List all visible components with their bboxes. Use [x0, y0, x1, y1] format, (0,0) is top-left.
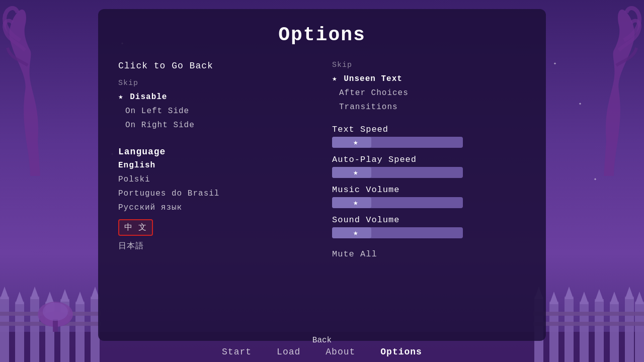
skip-section-title: Skip [118, 79, 312, 87]
svg-marker-2 [0, 287, 9, 299]
autoplay-speed-section: Auto-Play Speed ★ [332, 155, 526, 178]
text-speed-slider[interactable]: ★ [332, 137, 463, 148]
nav-row: Start Load About Options [222, 347, 422, 357]
svg-rect-19 [565, 297, 574, 362]
option-portugues[interactable]: Portugues do Brasil [118, 188, 312, 199]
text-speed-star-icon: ★ [353, 137, 358, 147]
option-english[interactable]: English [118, 160, 312, 171]
nav-load[interactable]: Load [277, 347, 300, 357]
svg-point-38 [43, 303, 68, 321]
option-russian[interactable]: Русский язык [118, 202, 312, 213]
options-panel: Options Click to Go Back Skip ★ Disable … [98, 9, 546, 341]
antlers-right-decoration [543, 0, 644, 176]
star-disable: ★ [118, 93, 124, 102]
svg-marker-22 [580, 292, 589, 304]
autoplay-star-icon: ★ [353, 167, 358, 177]
music-volume-slider[interactable]: ★ [332, 197, 463, 208]
autoplay-speed-label: Auto-Play Speed [332, 155, 526, 164]
option-transitions[interactable]: Transitions [332, 102, 526, 113]
click-to-go-back[interactable]: Click to Go Back [118, 61, 312, 71]
svg-marker-30 [635, 292, 644, 304]
text-speed-section: Text Speed ★ [332, 125, 526, 148]
sound-volume-slider[interactable]: ★ [332, 227, 463, 238]
svg-marker-18 [549, 292, 558, 304]
option-japanese[interactable]: 日本語 [118, 240, 312, 252]
svg-marker-26 [610, 292, 619, 304]
text-speed-label: Text Speed [332, 125, 526, 134]
mushroom-left [30, 294, 80, 334]
nav-start[interactable]: Start [222, 347, 252, 357]
option-chinese[interactable]: 中 文 [118, 218, 312, 237]
sound-star-icon: ★ [353, 228, 358, 238]
svg-marker-24 [595, 289, 604, 302]
panel-content: Click to Go Back Skip ★ Disable On Left … [118, 61, 526, 331]
language-section-title: Language [118, 147, 312, 157]
autoplay-speed-slider[interactable]: ★ [332, 167, 463, 178]
star-decoration-5: ✦ [594, 176, 597, 182]
option-polski[interactable]: Polski [118, 174, 312, 185]
music-star-icon: ★ [353, 198, 358, 208]
antlers-left-decoration [0, 0, 101, 176]
option-after-choices[interactable]: After Choices [332, 87, 526, 99]
panel-title: Options [278, 24, 366, 46]
sound-volume-label: Sound Volume [332, 215, 526, 225]
nav-back-button[interactable]: Back [312, 336, 332, 345]
svg-rect-33 [533, 312, 644, 316]
svg-rect-1 [0, 297, 9, 362]
skip-title-right: Skip [332, 61, 526, 69]
music-volume-section: Music Volume ★ [332, 185, 526, 208]
option-unseen-text[interactable]: ★ Unseen Text [332, 72, 526, 84]
nav-about[interactable]: About [326, 347, 355, 357]
option-disable[interactable]: ★ Disable [118, 90, 312, 103]
svg-rect-29 [635, 302, 644, 362]
selected-language-box: 中 文 [118, 219, 153, 236]
music-volume-label: Music Volume [332, 185, 526, 195]
svg-rect-25 [610, 302, 619, 362]
svg-rect-21 [580, 302, 589, 362]
svg-rect-3 [15, 302, 24, 362]
svg-rect-27 [625, 297, 634, 362]
bottom-navigation: Back Start Load About Options [98, 336, 546, 357]
svg-marker-28 [625, 287, 634, 299]
nav-options[interactable]: Options [380, 347, 422, 357]
star-decoration-3: ✦ [579, 101, 582, 107]
svg-rect-37 [53, 319, 58, 332]
svg-rect-34 [533, 322, 644, 326]
svg-rect-17 [549, 302, 558, 362]
star-decoration-2: ✦ [553, 60, 556, 66]
svg-marker-20 [565, 287, 574, 299]
svg-marker-4 [15, 292, 24, 304]
star-unseen: ★ [332, 74, 338, 83]
svg-rect-23 [595, 299, 604, 362]
option-on-left-side[interactable]: On Left Side [118, 106, 312, 117]
left-column: Click to Go Back Skip ★ Disable On Left … [118, 61, 322, 331]
mute-all-button[interactable]: Mute All [332, 249, 526, 259]
option-on-right-side[interactable]: On Right Side [118, 120, 312, 131]
right-column: Skip ★ Unseen Text After Choices Transit… [322, 61, 526, 331]
sound-volume-section: Sound Volume ★ [332, 215, 526, 238]
